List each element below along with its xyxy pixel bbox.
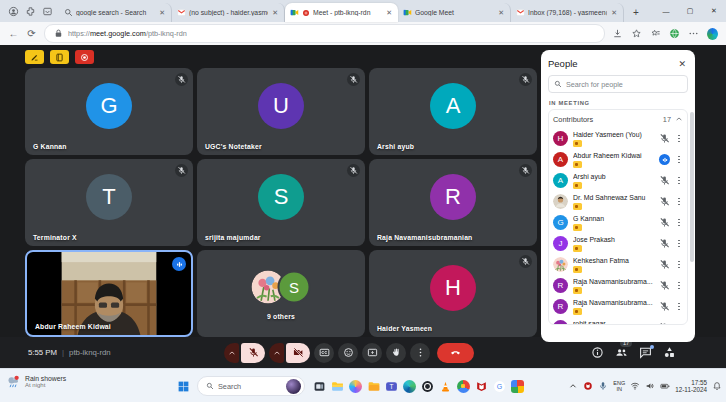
participant-tile[interactable]: GG Kannan bbox=[25, 68, 193, 155]
taskbar-clock[interactable]: 17:55 12-11-2024 bbox=[675, 379, 707, 394]
new-tab-button[interactable]: + bbox=[628, 4, 644, 20]
people-search-input[interactable]: Search for people bbox=[548, 75, 688, 93]
mic-off-icon[interactable] bbox=[659, 238, 670, 249]
microphone-tray-icon[interactable] bbox=[598, 381, 608, 391]
more-options-icon[interactable] bbox=[675, 133, 683, 145]
maximize-button[interactable]: ▢ bbox=[678, 0, 702, 22]
tab-close-icon[interactable]: ✕ bbox=[271, 9, 279, 17]
browser-tab[interactable]: google search - Search✕ bbox=[59, 3, 172, 22]
participant-tile[interactable]: AArshi ayub bbox=[369, 68, 537, 155]
mic-off-icon[interactable] bbox=[659, 196, 670, 207]
participant-tile[interactable]: RRaja Navamanisubramanian bbox=[369, 159, 537, 246]
tab-close-icon[interactable]: ✕ bbox=[385, 9, 393, 17]
more-options-icon[interactable] bbox=[675, 175, 683, 187]
people-button[interactable]: 17 bbox=[615, 346, 628, 359]
page-info-icon[interactable] bbox=[53, 28, 64, 39]
mic-options-button[interactable] bbox=[224, 343, 239, 363]
more-menu-icon[interactable] bbox=[688, 28, 699, 39]
reactions-button[interactable] bbox=[338, 343, 358, 363]
participant-tile[interactable]: UUGC's Notetaker bbox=[197, 68, 365, 155]
cam-off-button[interactable] bbox=[286, 343, 310, 363]
more-options-icon[interactable] bbox=[675, 280, 683, 292]
end-call-button[interactable] bbox=[437, 343, 474, 363]
copilot-icon[interactable] bbox=[707, 28, 718, 39]
refresh-icon[interactable]: ⟳ bbox=[26, 28, 37, 39]
mic-off-icon[interactable] bbox=[659, 133, 670, 144]
participant-tile[interactable]: TTerminator X bbox=[25, 159, 193, 246]
files-app-icon[interactable] bbox=[366, 379, 380, 393]
edge-icon[interactable] bbox=[402, 379, 416, 393]
download-icon[interactable] bbox=[612, 28, 623, 39]
extension-annotate-button[interactable] bbox=[25, 50, 44, 64]
mcafee-icon[interactable] bbox=[474, 379, 488, 393]
tab-close-icon[interactable]: ✕ bbox=[610, 9, 618, 17]
raise-hand-button[interactable] bbox=[386, 343, 406, 363]
start-button[interactable] bbox=[176, 379, 190, 393]
mic-off-icon[interactable] bbox=[659, 301, 670, 312]
more-options-icon[interactable] bbox=[675, 322, 683, 325]
more-options-icon[interactable] bbox=[675, 196, 683, 208]
favorites-star-icon[interactable] bbox=[631, 28, 642, 39]
browser-tab[interactable]: (no subject) - haider.yasmeen@g✕ bbox=[172, 3, 285, 22]
taskbar-search[interactable]: Search bbox=[197, 376, 305, 396]
chrome-icon[interactable] bbox=[456, 379, 470, 393]
task-view-icon[interactable] bbox=[312, 379, 326, 393]
minimize-button[interactable]: — bbox=[654, 0, 678, 22]
chat-button[interactable] bbox=[639, 346, 652, 359]
captions-button[interactable] bbox=[314, 343, 334, 363]
present-screen-button[interactable] bbox=[362, 343, 382, 363]
wifi-icon[interactable] bbox=[630, 381, 640, 391]
participant-tile[interactable]: HHaider Yasmeen bbox=[369, 250, 537, 337]
participant-tile[interactable]: Ssrijita majumdar bbox=[197, 159, 365, 246]
vlc-icon[interactable] bbox=[438, 379, 452, 393]
tab-close-icon[interactable]: ✕ bbox=[158, 9, 166, 17]
battery-icon[interactable] bbox=[660, 381, 670, 391]
tab-close-icon[interactable]: ✕ bbox=[497, 9, 505, 17]
mcafee-tray-icon[interactable] bbox=[583, 381, 593, 391]
tab-search-icon[interactable] bbox=[42, 6, 53, 17]
language-indicator[interactable]: ENG IN bbox=[613, 380, 625, 392]
mic-off-icon[interactable] bbox=[659, 217, 670, 228]
close-icon[interactable]: ✕ bbox=[676, 59, 688, 69]
participant-tile[interactable]: S9 others bbox=[197, 250, 365, 337]
dell-audio-icon[interactable] bbox=[420, 379, 434, 393]
mic-off-icon[interactable] bbox=[659, 259, 670, 270]
extension-notes-button[interactable] bbox=[50, 50, 69, 64]
notification-bell-icon[interactable] bbox=[712, 381, 722, 391]
back-icon[interactable]: ← bbox=[8, 28, 19, 39]
photos-icon[interactable] bbox=[510, 379, 524, 393]
cam-options-button[interactable] bbox=[269, 343, 284, 363]
browser-tab[interactable]: Inbox (79,168) - yasmeen@creu✕ bbox=[511, 3, 624, 22]
mic-off-icon[interactable] bbox=[659, 322, 670, 325]
more-options-icon[interactable] bbox=[675, 154, 683, 166]
more-options-icon[interactable] bbox=[675, 259, 683, 271]
chevron-up-icon[interactable] bbox=[675, 115, 683, 123]
volume-icon[interactable] bbox=[645, 381, 655, 391]
browser-extensions-icon[interactable] bbox=[25, 6, 36, 17]
participant-tile[interactable]: Abdur Raheem Kidwai bbox=[25, 250, 193, 337]
mic-off-icon[interactable] bbox=[659, 280, 670, 291]
copilot-app-icon[interactable] bbox=[348, 379, 362, 393]
taskbar-weather-widget[interactable]: Rain showers At night bbox=[6, 374, 66, 389]
sync-profile-icon[interactable] bbox=[669, 28, 680, 39]
file-explorer-icon[interactable] bbox=[330, 379, 344, 393]
browser-profile-icon[interactable] bbox=[8, 6, 19, 17]
tray-chevron-icon[interactable] bbox=[568, 381, 578, 391]
more-options-icon[interactable] bbox=[675, 238, 683, 250]
more-options-icon[interactable] bbox=[675, 301, 683, 313]
more-options-button[interactable] bbox=[410, 343, 430, 363]
extension-record-button[interactable] bbox=[75, 50, 94, 64]
panel-scrollbar[interactable] bbox=[690, 112, 694, 262]
teams-icon[interactable]: T bbox=[384, 379, 398, 393]
browser-tab[interactable]: Google Meet✕ bbox=[398, 3, 511, 22]
contributors-header[interactable]: Contributors 17 bbox=[553, 110, 683, 128]
url-bar[interactable]: https://meet.google.com/ptb-iknq-rdn bbox=[44, 24, 605, 43]
activities-button[interactable] bbox=[663, 346, 676, 359]
favorites-bar-icon[interactable] bbox=[650, 28, 661, 39]
google-app-icon[interactable]: G bbox=[492, 379, 506, 393]
meeting-details-button[interactable] bbox=[591, 346, 604, 359]
mic-off-icon[interactable] bbox=[659, 175, 670, 186]
mic-off-button[interactable] bbox=[241, 343, 265, 363]
browser-tab[interactable]: Meet - ptb-iknq-rdn✕ bbox=[285, 3, 398, 22]
more-options-icon[interactable] bbox=[675, 217, 683, 229]
